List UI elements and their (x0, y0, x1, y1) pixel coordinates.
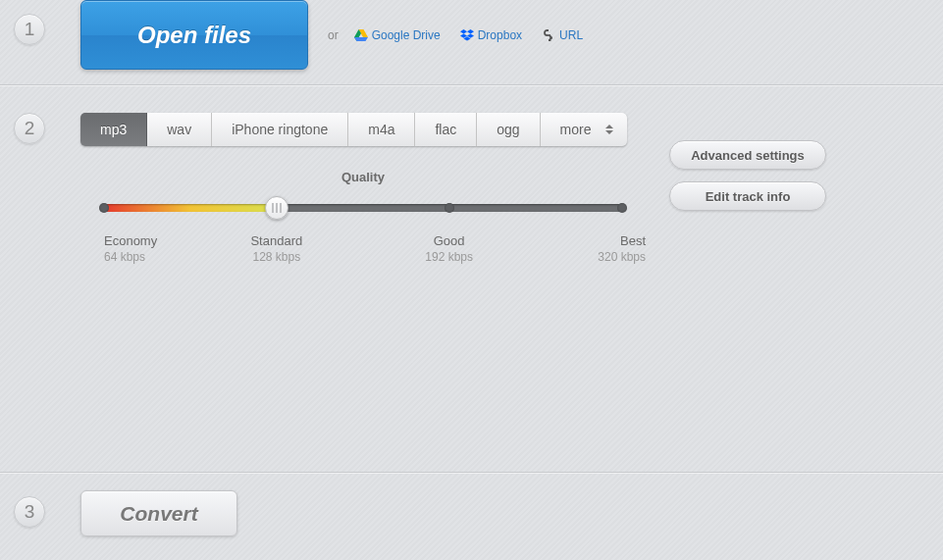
google-drive-icon (354, 29, 368, 41)
quality-label-best: Best 320 kbps (598, 233, 646, 264)
step-1-content: Open files or Google Drive Dropbox URL (80, 0, 943, 70)
format-tab-more[interactable]: more (541, 113, 627, 146)
convert-label: Convert (120, 502, 197, 526)
side-buttons: Advanced settings Edit track info (669, 140, 826, 223)
convert-button[interactable]: Convert (80, 490, 237, 536)
open-files-button[interactable]: Open files (80, 0, 308, 70)
format-tabs: mp3 wav iPhone ringtone m4a flac ogg mor… (80, 113, 627, 146)
format-tab-wav[interactable]: wav (147, 113, 212, 146)
slider-handle[interactable] (265, 196, 288, 220)
format-more-label: more (560, 122, 592, 137)
step-2-section: 2 mp3 wav iPhone ringtone m4a flac ogg m… (0, 84, 943, 472)
google-drive-link[interactable]: Google Drive (354, 28, 441, 42)
svg-marker-4 (460, 29, 467, 33)
step-1-badge: 1 (14, 14, 45, 45)
dropbox-label: Dropbox (478, 28, 522, 42)
open-files-label: Open files (137, 22, 251, 49)
link-icon (542, 29, 555, 41)
format-tab-iphone[interactable]: iPhone ringtone (212, 113, 348, 146)
sources-row: or Google Drive Dropbox URL (308, 0, 602, 70)
google-drive-label: Google Drive (372, 28, 441, 42)
step-2-badge: 2 (14, 113, 45, 144)
or-label: or (328, 28, 339, 42)
step-3-badge: 3 (14, 496, 45, 528)
advanced-settings-label: Advanced settings (691, 148, 805, 163)
format-tab-mp3[interactable]: mp3 (80, 113, 147, 146)
step-3-section: 3 Convert (0, 472, 943, 560)
updown-icon (605, 125, 615, 134)
quality-label-standard: Standard 128 kbps (250, 233, 302, 264)
format-tab-m4a[interactable]: m4a (348, 113, 415, 146)
dropbox-icon (460, 29, 474, 41)
slider-stop-3 (617, 203, 627, 213)
quality-slider[interactable] (104, 196, 622, 220)
quality-labels: Economy 64 kbps Standard 128 kbps Good 1… (104, 233, 622, 273)
quality-label-economy: Economy 64 kbps (104, 233, 157, 264)
url-link[interactable]: URL (542, 28, 583, 42)
format-tab-ogg[interactable]: ogg (477, 113, 540, 146)
advanced-settings-button[interactable]: Advanced settings (669, 140, 826, 170)
quality-label-good: Good 192 kbps (425, 233, 473, 264)
slider-stop-2 (445, 203, 454, 213)
svg-marker-3 (354, 37, 368, 41)
edit-track-info-label: Edit track info (706, 189, 791, 204)
format-tab-flac[interactable]: flac (415, 113, 477, 146)
dropbox-link[interactable]: Dropbox (460, 28, 522, 42)
step-3-content: Convert (80, 490, 943, 536)
slider-stop-0 (99, 203, 109, 213)
step-1-section: 1 Open files or Google Drive Dropbox (0, 0, 943, 84)
svg-marker-5 (467, 29, 474, 33)
edit-track-info-button[interactable]: Edit track info (669, 181, 826, 211)
slider-fill (104, 204, 277, 212)
quality-panel: Quality Economy 64 kbps Standard 128 kbp… (80, 170, 646, 273)
quality-title: Quality (80, 170, 646, 184)
url-label: URL (559, 28, 583, 42)
